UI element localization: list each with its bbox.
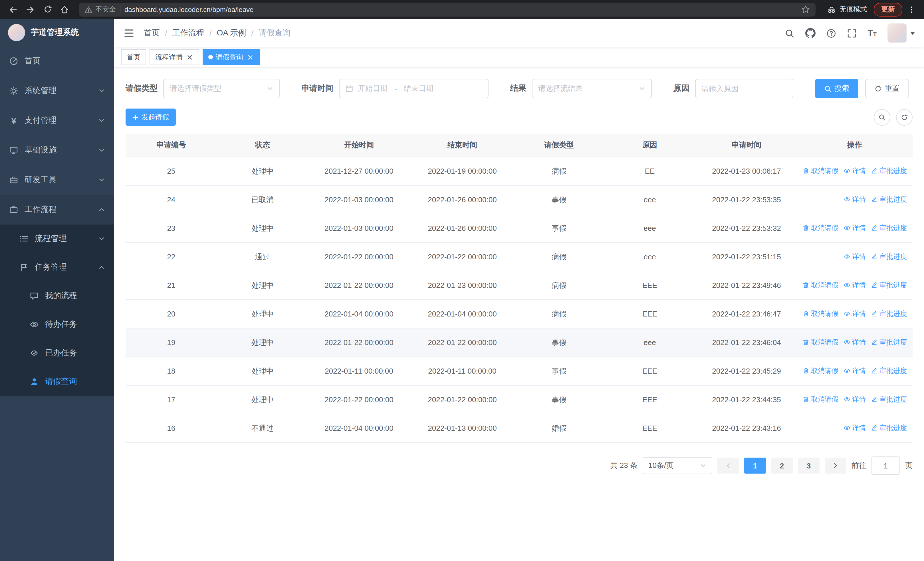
detail-link[interactable]: 详情 [843,395,866,405]
approval-progress-link-label: 审批进度 [879,309,907,319]
sidebar-item-my-process[interactable]: 我的流程 [0,282,114,310]
browser-menu-button[interactable] [904,3,918,16]
help-icon[interactable] [826,28,836,38]
approval-progress-link[interactable]: 审批进度 [871,195,907,205]
approval-progress-link[interactable]: 审批进度 [871,338,907,347]
reset-button[interactable]: 重置 [865,79,909,98]
fullscreen-icon[interactable] [847,28,856,38]
create-leave-button[interactable]: 发起请假 [126,108,176,126]
cancel-leave-link[interactable]: 取消请假 [802,395,838,405]
font-size-icon[interactable]: TT [867,29,877,38]
sidebar-item-workflow[interactable]: 工作流程 [0,195,114,224]
sidebar-item-label: 研发工具 [24,175,57,185]
approval-progress-link[interactable]: 审批进度 [871,395,907,405]
sidebar-item-system[interactable]: 系统管理 [0,76,114,106]
chat-bubble-icon [30,291,39,301]
sidebar-item-task-mgmt[interactable]: 任务管理 [0,253,114,282]
breadcrumb-oa-example[interactable]: OA 示例 [217,28,246,38]
back-button[interactable] [6,2,21,17]
sidebar-item-payment[interactable]: ¥ 支付管理 [0,106,114,135]
collapse-sidebar-icon[interactable] [123,27,135,39]
detail-link[interactable]: 详情 [843,366,866,376]
detail-link[interactable]: 详情 [843,223,866,233]
tab-process-detail[interactable]: 流程详情 [150,49,199,65]
page-button-3[interactable]: 3 [798,457,819,474]
detail-link[interactable]: 详情 [843,195,866,205]
leave-type-select[interactable]: 请选择请假类型 [163,79,280,98]
detail-link[interactable]: 详情 [843,252,866,262]
cancel-leave-link[interactable]: 取消请假 [802,166,838,176]
breadcrumb-workflow[interactable]: 工作流程 [172,28,204,38]
detail-link[interactable]: 详情 [843,423,866,433]
sidebar-item-leave-query[interactable]: 请假查询 [0,367,114,396]
security-chip[interactable]: 不安全 [84,5,116,14]
cancel-leave-link[interactable]: 取消请假 [802,338,838,347]
table-row: 18处理中2022-01-11 00:00:002022-01-11 00:00… [126,357,913,385]
detail-link-label: 详情 [852,195,866,205]
address-bar[interactable]: 不安全 dashboard.yudao.iocoder.cn/bpm/oa/le… [79,3,816,16]
approval-progress-link[interactable]: 审批进度 [871,281,907,290]
logo-avatar [8,24,25,41]
table-header-row: 申请编号 状态 开始时间 结束时间 请假类型 原因 申请时间 操作 [126,134,913,157]
sidebar-item-devtools[interactable]: 研发工具 [0,165,114,195]
caret-down-icon [910,32,915,35]
app-logo[interactable]: 芋道管理系统 [0,19,114,46]
edit-icon [871,396,878,403]
security-label: 不安全 [95,5,116,14]
sidebar-item-done-tasks[interactable]: 已办任务 [0,339,114,367]
next-page-button[interactable] [825,457,846,474]
home-icon [60,5,69,14]
approval-progress-link[interactable]: 审批进度 [871,366,907,376]
detail-link[interactable]: 详情 [843,338,866,347]
detail-link[interactable]: 详情 [843,309,866,319]
page-size-select[interactable]: 10条/页 [643,457,712,474]
search-button[interactable]: 搜索 [815,79,858,98]
cancel-leave-link[interactable]: 取消请假 [802,281,838,290]
search-icon[interactable] [785,28,795,38]
bookmark-star-icon[interactable] [801,5,810,14]
trash-icon [802,310,809,317]
goto-page-input[interactable] [872,456,900,475]
close-icon[interactable] [246,53,254,61]
close-icon[interactable] [186,53,194,61]
approval-progress-link[interactable]: 审批进度 [871,423,907,433]
prev-page-button[interactable] [717,457,739,474]
detail-link[interactable]: 详情 [843,166,866,176]
cancel-leave-link[interactable]: 取消请假 [802,309,838,319]
url-text: dashboard.yudao.iocoder.cn/bpm/oa/leave [124,5,797,14]
approval-progress-link[interactable]: 审批进度 [871,309,907,319]
reason-input[interactable] [695,79,793,98]
sidebar-item-infrastructure[interactable]: 基础设施 [0,135,114,165]
approval-progress-link[interactable]: 审批进度 [871,223,907,233]
toggle-search-button[interactable] [874,109,890,125]
user-menu[interactable] [888,23,915,43]
page-button-2[interactable]: 2 [771,457,793,474]
cancel-leave-link[interactable]: 取消请假 [802,223,838,233]
approval-progress-link[interactable]: 审批进度 [871,166,907,176]
browser-update-button[interactable]: 更新 [874,3,902,16]
github-icon[interactable] [805,28,816,38]
cell-applied: 2022-01-22 23:46:04 [696,328,797,357]
breadcrumb-home[interactable]: 首页 [144,28,160,38]
result-select[interactable]: 请选择流结果 [532,79,652,98]
apply-time-range-picker[interactable]: 开始日期 - 结束日期 [339,79,489,98]
cell-start: 2022-01-03 00:00:00 [308,214,410,242]
approval-progress-link[interactable]: 审批进度 [871,252,907,262]
forward-button[interactable] [23,2,38,17]
refresh-table-button[interactable] [896,109,913,125]
tab-home[interactable]: 首页 [121,49,146,65]
page-button-1[interactable]: 1 [744,457,766,474]
tab-leave-query[interactable]: 请假查询 [202,49,260,65]
sidebar-item-todo-tasks[interactable]: 待办任务 [0,310,114,339]
approval-progress-link-label: 审批进度 [879,223,907,233]
home-button[interactable] [57,2,72,17]
detail-link-label: 详情 [852,338,866,347]
cancel-leave-link[interactable]: 取消请假 [802,366,838,376]
sidebar-item-process-mgmt[interactable]: 流程管理 [0,224,114,253]
sidebar-item-label: 待办任务 [45,319,77,329]
detail-link[interactable]: 详情 [843,281,866,290]
sidebar-item-home[interactable]: 首页 [0,46,114,76]
trash-icon [802,168,809,174]
reload-button[interactable] [40,2,55,17]
cell-applied: 2022-01-22 23:43:16 [696,414,797,442]
